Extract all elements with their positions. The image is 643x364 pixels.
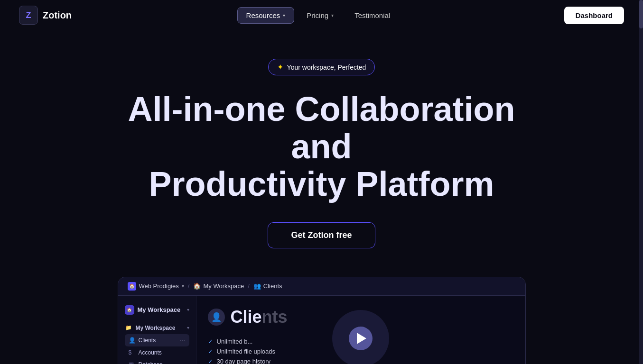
content-title: Clients xyxy=(231,307,288,327)
badge-star-icon: ✦ xyxy=(277,63,283,72)
sidebar-item-accounts-label: $ Accounts xyxy=(129,349,162,356)
demo-sidebar: 🏠 My Workspace ▾ 📁 My Workspace ▾ xyxy=(118,296,196,364)
cta-button[interactable]: Get Zotion free xyxy=(268,222,375,248)
check-icon: ✓ xyxy=(208,338,213,345)
breadcrumb-separator: / xyxy=(188,282,190,290)
workspace-folder-icon: 📁 xyxy=(125,324,132,332)
scrollbar[interactable] xyxy=(639,0,643,364)
sidebar-item-clients-label: 👤 Clients xyxy=(129,337,156,344)
navbar: Z Zotion Resources ▾ Pricing ▾ Testimoni… xyxy=(0,0,643,30)
video-overlay[interactable] xyxy=(332,310,389,364)
hero-section: ✦ Your workspace, Perfected All-in-one C… xyxy=(0,30,643,364)
pricing-button[interactable]: Pricing ▾ xyxy=(298,8,342,23)
workspace-icon: 🏠 xyxy=(128,282,136,291)
sidebar-workspace-chevron-icon: ▾ xyxy=(187,307,189,312)
content-user-icon: 👤 xyxy=(208,309,225,326)
demo-main: 🏠 My Workspace ▾ 📁 My Workspace ▾ xyxy=(118,296,525,364)
sidebar-ws-icon: 🏠 xyxy=(125,305,134,315)
logo-icon: Z xyxy=(19,6,38,25)
check-icon: ✓ xyxy=(208,358,213,364)
workspace-name: Web Prodigies xyxy=(139,282,179,290)
demo-topbar: 🏠 Web Prodigies ▾ / 🏠 My Workspace / 👥 C… xyxy=(118,277,525,296)
sidebar-item-dots: ··· xyxy=(180,337,186,344)
breadcrumb-workspace: 🏠 My Workspace xyxy=(193,282,244,290)
pricing-chevron-icon: ▾ xyxy=(331,13,334,18)
breadcrumb-page-icon: 👥 xyxy=(253,282,261,290)
sidebar-section-header-myworkspace[interactable]: 📁 My Workspace ▾ xyxy=(125,322,189,334)
logo-text: Zotion xyxy=(43,10,72,21)
check-icon: ✓ xyxy=(208,348,213,355)
play-triangle-icon xyxy=(357,333,366,344)
breadcrumb-ws-icon: 🏠 xyxy=(193,282,201,290)
hero-badge: ✦ Your workspace, Perfected xyxy=(268,59,375,75)
sidebar-section-myworkspace: 📁 My Workspace ▾ 👤 Clients ··· xyxy=(118,318,196,364)
badge-text: Your workspace, Perfected xyxy=(287,64,366,71)
nav-center: Resources ▾ Pricing ▾ Testimonial xyxy=(237,7,399,24)
breadcrumb-page: 👥 Clients xyxy=(253,282,282,290)
database-icon: ▣ xyxy=(129,361,135,364)
demo-content: 👤 Clients ✓ Unlimited b... ✓ Unlimited f… xyxy=(196,296,525,364)
demo-card: 🏠 Web Prodigies ▾ / 🏠 My Workspace / 👥 C… xyxy=(118,277,526,364)
sidebar-item-clients[interactable]: 👤 Clients ··· xyxy=(125,334,189,346)
sidebar-item-database-label: ▣ Database xyxy=(129,361,163,364)
sidebar-item-database[interactable]: ▣ Database xyxy=(125,359,189,364)
dashboard-button[interactable]: Dashboard xyxy=(564,7,624,24)
myworkspace-chevron-icon: ▾ xyxy=(187,325,189,330)
sidebar-workspace-button[interactable]: 🏠 My Workspace ▾ xyxy=(118,301,196,318)
resources-button[interactable]: Resources ▾ xyxy=(237,7,295,24)
sidebar-item-accounts[interactable]: $ Accounts xyxy=(125,347,189,358)
workspace-chevron-icon: ▾ xyxy=(182,283,184,289)
play-button[interactable] xyxy=(349,327,373,350)
breadcrumb-separator2: / xyxy=(248,282,250,290)
workspace-selector[interactable]: 🏠 Web Prodigies ▾ xyxy=(128,282,184,291)
sidebar-workspace-label: 🏠 My Workspace xyxy=(125,305,181,315)
accounts-icon: $ xyxy=(129,349,135,356)
clients-icon: 👤 xyxy=(129,337,135,344)
resources-chevron-icon: ▾ xyxy=(283,13,285,18)
testimonial-button[interactable]: Testimonial xyxy=(346,8,399,23)
hero-title: All-in-one Collaboration and Productivit… xyxy=(127,91,516,203)
logo-area: Z Zotion xyxy=(19,6,72,25)
sidebar-section-myworkspace-label: 📁 My Workspace xyxy=(125,324,176,332)
